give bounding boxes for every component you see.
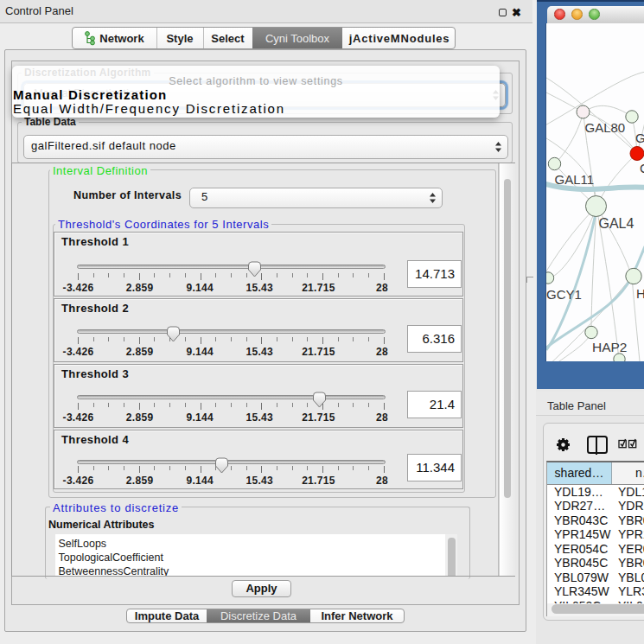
svg-text:GAL80: GAL80	[585, 120, 626, 135]
svg-text:H: H	[636, 286, 644, 301]
svg-text:GAL11: GAL11	[555, 172, 595, 187]
svg-text:C: C	[640, 161, 644, 175]
svg-text:GA: GA	[635, 131, 644, 145]
svg-text:HAP2: HAP2	[592, 340, 628, 354]
svg-text:GCY1: GCY1	[546, 287, 582, 302]
svg-text:GAL4: GAL4	[599, 216, 634, 231]
